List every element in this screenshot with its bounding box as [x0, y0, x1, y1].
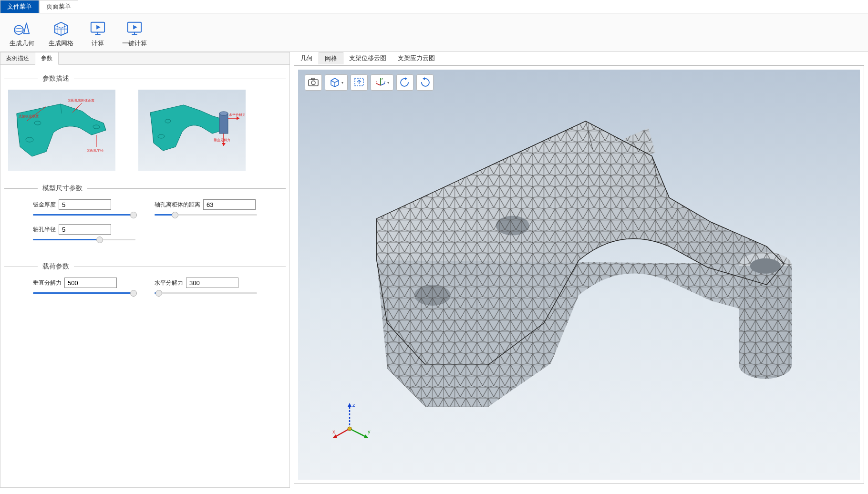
generate-geometry-button[interactable]: 生成几何 — [7, 18, 37, 49]
right-pane: 几何 网格 支架位移云图 支架应力云图 ▾ — [290, 52, 868, 488]
param-horizontal-force: 水平分解力 — [155, 278, 257, 297]
svg-rect-27 — [311, 78, 314, 80]
svg-text:x: x — [376, 80, 377, 83]
svg-text:装配孔半径: 装配孔半径 — [87, 149, 103, 152]
menu-tab-page[interactable]: 页面菜单 — [39, 0, 78, 13]
vertical-force-slider[interactable] — [33, 290, 135, 297]
left-pane: 案例描述 参数 参数描述 — [0, 52, 290, 488]
section-title: 参数描述 — [38, 74, 74, 83]
param-label: 垂直分解力 — [33, 279, 62, 287]
camera-icon — [308, 77, 319, 89]
compute-button[interactable]: 计算 — [85, 18, 111, 49]
svg-text:装配孔离柜体距离: 装配孔离柜体距离 — [68, 99, 94, 102]
svg-point-20 — [219, 112, 228, 115]
svg-text:x: x — [332, 429, 335, 434]
main: 案例描述 参数 参数描述 — [0, 52, 868, 488]
tab-stress-cloud[interactable]: 支架应力云图 — [392, 52, 441, 64]
svg-text:水平分解力: 水平分解力 — [229, 113, 246, 116]
mesh-model — [321, 86, 850, 456]
ribbon-label: 生成网格 — [49, 39, 73, 48]
ribbon: 生成几何 生成网格 计算 一键计算 — [0, 13, 868, 52]
section-param-description: 参数描述 支架板金厚度 — [4, 74, 286, 171]
rotate-left-button[interactable] — [396, 74, 413, 91]
menu-tab-file[interactable]: 文件菜单 — [0, 0, 39, 13]
svg-line-43 — [334, 429, 350, 437]
rotate-right-button[interactable] — [416, 74, 434, 91]
rotate-left-icon — [399, 77, 411, 89]
svg-point-36 — [414, 285, 451, 306]
svg-point-45 — [348, 427, 351, 431]
section-title: 模型尺寸参数 — [38, 184, 87, 193]
svg-text:y: y — [384, 80, 385, 83]
svg-point-26 — [311, 81, 315, 84]
svg-text:y: y — [368, 429, 371, 434]
axis-triad: z x y — [331, 400, 373, 444]
hole-radius-input[interactable] — [59, 224, 111, 235]
svg-text:垂直分解力: 垂直分解力 — [214, 138, 230, 142]
hole-radius-slider[interactable] — [33, 237, 135, 243]
section-title: 载荷参数 — [38, 262, 74, 271]
fit-view-button[interactable] — [351, 74, 368, 91]
svg-text:支架板金厚度: 支架板金厚度 — [19, 114, 39, 118]
tab-case-description[interactable]: 案例描述 — [0, 52, 35, 64]
hole-distance-slider[interactable] — [155, 212, 257, 218]
param-hole-distance: 轴孔离柜体的距离 — [155, 199, 257, 218]
cube-icon — [329, 77, 341, 89]
svg-point-1 — [14, 28, 23, 31]
tab-geometry[interactable]: 几何 — [295, 52, 319, 64]
tab-mesh[interactable]: 网格 — [319, 52, 343, 64]
svg-point-38 — [496, 216, 529, 236]
svg-point-0 — [14, 25, 23, 34]
one-click-compute-button[interactable]: 一键计算 — [119, 18, 150, 49]
tab-displacement-cloud[interactable]: 支架位移云图 — [343, 52, 392, 64]
section-load: 载荷参数 垂直分解力 水平分解 — [4, 262, 286, 302]
ribbon-label: 计算 — [92, 39, 104, 48]
param-label: 水平分解力 — [155, 279, 183, 287]
param-label: 轴孔半径 — [33, 226, 56, 234]
left-body: 参数描述 支架板金厚度 — [0, 65, 289, 325]
fit-icon — [353, 77, 365, 89]
mesh-cube-icon — [51, 19, 71, 37]
param-hole-radius: 轴孔半径 — [33, 224, 135, 243]
horizontal-force-input[interactable] — [186, 278, 238, 288]
monitor-play-icon — [124, 19, 145, 37]
svg-line-31 — [381, 83, 385, 85]
axes-toggle-button[interactable]: zxy ▾ — [371, 74, 393, 91]
param-label: 钣金厚度 — [33, 201, 56, 209]
generate-mesh-button[interactable]: 生成网格 — [46, 18, 76, 49]
viewport-3d[interactable]: ▾ zxy ▾ — [298, 70, 860, 480]
sphere-cone-icon — [12, 19, 32, 37]
screenshot-button[interactable] — [305, 74, 322, 91]
viewport-container: ▾ zxy ▾ — [294, 65, 864, 484]
thickness-slider[interactable] — [33, 212, 135, 218]
param-vertical-force: 垂直分解力 — [33, 278, 135, 297]
thumbnail-load-params: 水平分解力 垂直分解力 — [138, 90, 246, 171]
svg-text:z: z — [382, 77, 383, 80]
tab-parameters[interactable]: 参数 — [35, 52, 59, 65]
thickness-input[interactable] — [59, 199, 111, 210]
svg-line-30 — [376, 83, 381, 85]
left-panel-tabs: 案例描述 参数 — [0, 52, 289, 65]
svg-line-44 — [350, 429, 367, 437]
horizontal-force-slider[interactable] — [155, 290, 257, 297]
view-cube-button[interactable]: ▾ — [325, 74, 348, 91]
svg-text:z: z — [352, 402, 355, 408]
section-model-dimensions: 模型尺寸参数 钣金厚度 轴孔离 — [4, 184, 286, 249]
ribbon-label: 生成几何 — [10, 39, 34, 48]
chevron-down-icon: ▾ — [387, 81, 389, 85]
monitor-play-icon — [88, 19, 108, 37]
viewport-toolbar: ▾ zxy ▾ — [305, 74, 434, 91]
param-label: 轴孔离柜体的距离 — [155, 201, 200, 209]
ribbon-label: 一键计算 — [122, 39, 147, 48]
svg-rect-19 — [219, 113, 228, 134]
menu-tabs: 文件菜单 页面菜单 — [0, 0, 868, 13]
svg-point-41 — [750, 258, 781, 274]
rotate-right-icon — [419, 77, 431, 89]
hole-distance-input[interactable] — [203, 199, 256, 210]
right-tabs: 几何 网格 支架位移云图 支架应力云图 — [294, 52, 868, 64]
param-thickness: 钣金厚度 — [33, 199, 135, 218]
vertical-force-input[interactable] — [64, 278, 117, 288]
chevron-down-icon: ▾ — [341, 81, 343, 85]
axes-icon: zxy — [375, 77, 386, 89]
thumbnail-geometry-params: 支架板金厚度 装配孔离柜体距离 装配孔半径 — [8, 90, 115, 171]
